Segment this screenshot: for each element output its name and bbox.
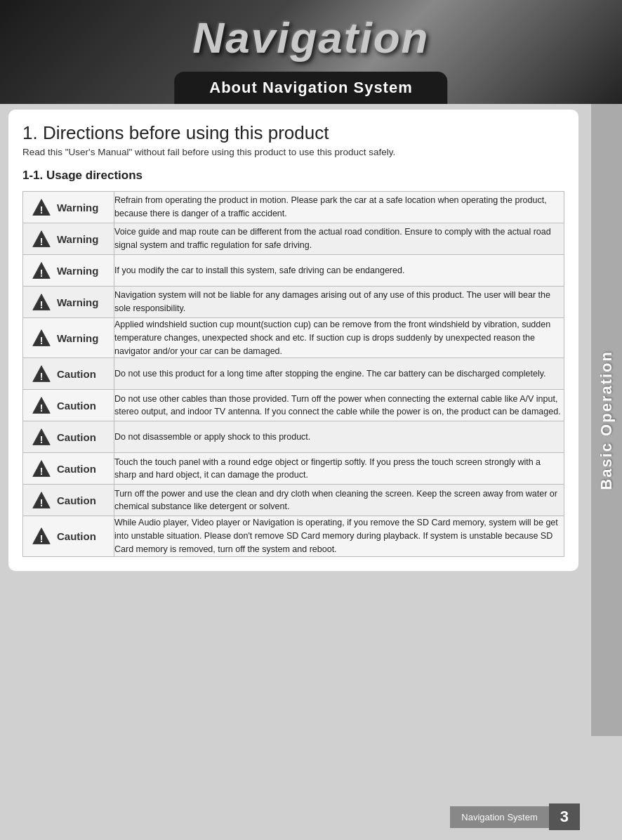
svg-text:!: ! [40,371,44,382]
row-type-label: Caution [57,494,96,506]
row-type-label: Warning [57,296,98,308]
right-sidebar: Basic Operation [591,104,622,736]
warning-icon: ! [32,427,51,447]
svg-text:!: ! [40,533,44,544]
row-description: Turn off the power and use the clean and… [114,485,564,516]
warning-icon: ! [32,526,51,546]
label-cell: !Warning [23,223,114,255]
table-row: !CautionWhile Audio player, Video player… [23,516,564,556]
warning-icon: ! [32,364,51,383]
row-description: If you modify the car to install this sy… [114,255,564,287]
header-subtitle: About Navigation System [209,79,412,96]
warning-icon: ! [32,490,51,510]
svg-text:!: ! [40,299,44,310]
label-cell: !Caution [23,453,114,485]
table-row: !CautionTouch the touch panel with a rou… [23,453,564,485]
label-cell: !Warning [23,255,114,287]
row-description: Do not disassemble or apply shock to thi… [114,421,564,453]
row-type-label: Caution [57,431,96,443]
svg-text:!: ! [40,204,44,216]
table-row: !WarningIf you modify the car to install… [23,255,564,287]
table-row: !CautionDo not use this product for a lo… [23,358,564,390]
row-type-label: Warning [57,202,98,214]
svg-text:!: ! [40,466,44,477]
row-description: Applied windshield suction cup mount(suc… [114,318,564,358]
warning-icon: ! [32,292,51,312]
footer: Navigation System 3 [450,803,580,830]
main-content: 1. Directions before using this product … [8,110,578,571]
table-row: !CautionTurn off the power and use the c… [23,485,564,516]
warning-icon: ! [32,459,51,478]
row-type-label: Caution [57,463,96,475]
row-description: Touch the touch panel with a round edge … [114,453,564,485]
table-row: !CautionDo not use other cables than tho… [23,390,564,421]
label-cell: !Caution [23,485,114,516]
warnings-table: !WarningRefrain from operating the produ… [22,191,564,557]
row-type-label: Caution [57,368,96,380]
row-type-label: Warning [57,265,98,277]
warning-icon: ! [32,229,51,249]
row-type-label: Caution [57,530,96,542]
page-wrapper: Navigation About Navigation System Basic… [0,0,622,840]
row-description: Do not use this product for a long time … [114,358,564,390]
row-description: While Audio player, Video player or Navi… [114,516,564,556]
label-cell: !Caution [23,421,114,453]
label-cell: !Caution [23,358,114,390]
svg-text:!: ! [40,402,44,414]
svg-text:!: ! [40,268,44,279]
row-description: Navigation system will not be liable for… [114,287,564,318]
row-type-label: Warning [57,332,98,344]
svg-text:!: ! [40,497,44,508]
page-intro: Read this "User's Manual" without fail b… [22,147,564,157]
content-area: 1. Directions before using this product … [0,110,587,571]
row-description: Voice guide and map route can be differe… [114,223,564,255]
header-subtitle-bar: About Navigation System [174,72,447,104]
label-cell: !Warning [23,192,114,223]
label-cell: !Caution [23,390,114,421]
svg-text:!: ! [40,236,44,247]
table-row: !WarningApplied windshield suction cup m… [23,318,564,358]
label-cell: !Caution [23,516,114,556]
warning-icon: ! [32,395,51,415]
svg-text:!: ! [40,335,44,346]
warning-icon: ! [32,328,51,348]
page-title: 1. Directions before using this product [22,122,564,144]
row-description: Refrain from operating the product in mo… [114,192,564,223]
footer-label: Navigation System [450,806,548,828]
header-title: Navigation [0,13,622,63]
warning-icon: ! [32,197,51,217]
table-row: !WarningNavigation system will not be li… [23,287,564,318]
header: Navigation About Navigation System [0,0,622,104]
row-description: Do not use other cables than those provi… [114,390,564,421]
row-type-label: Warning [57,233,98,245]
table-row: !CautionDo not disassemble or apply shoc… [23,421,564,453]
warning-icon: ! [32,261,51,280]
sidebar-label: Basic Operation [597,350,616,490]
table-row: !WarningRefrain from operating the produ… [23,192,564,223]
label-cell: !Warning [23,287,114,318]
subsection-title: 1-1. Usage directions [22,169,564,183]
table-row: !WarningVoice guide and map route can be… [23,223,564,255]
svg-text:!: ! [40,434,44,445]
footer-page-number: 3 [549,803,580,830]
row-type-label: Caution [57,400,96,412]
label-cell: !Warning [23,318,114,358]
